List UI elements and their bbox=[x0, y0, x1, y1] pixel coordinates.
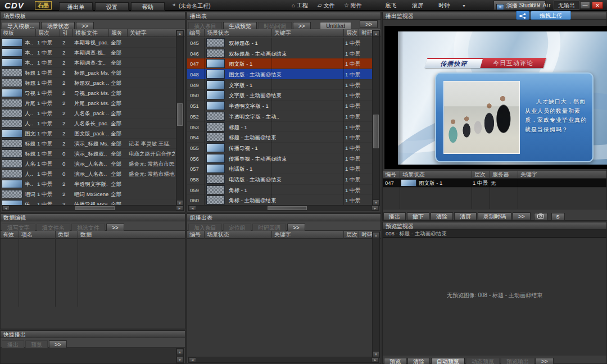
menu-attachment[interactable]: ☆附件 bbox=[344, 1, 362, 10]
menu-item[interactable]: 帮助 bbox=[131, 2, 165, 11]
more-button[interactable]: >> bbox=[360, 20, 378, 28]
monitor-button[interactable]: 清除 bbox=[431, 212, 453, 220]
menu-dropdown-icon[interactable]: ▼ bbox=[462, 1, 466, 10]
preview-button[interactable]: 自动预览 bbox=[431, 358, 465, 364]
preview-button[interactable]: 预览 bbox=[384, 358, 406, 364]
scroll-left-icon[interactable]: ◄ bbox=[189, 206, 196, 211]
playout-row[interactable]: 056 传播导视 - 主动画@结束 1 中景 bbox=[187, 153, 373, 164]
snapshot-camera-icon[interactable] bbox=[534, 213, 547, 221]
menu-bottom-fly[interactable]: 底飞 bbox=[385, 1, 396, 10]
template-row[interactable]: 本.. 1 中景 2 本期调查-文.. 全部 bbox=[1, 58, 176, 68]
toolbar-button[interactable]: 生成预览 bbox=[223, 22, 257, 30]
monitor-button[interactable]: 播出 bbox=[383, 212, 406, 220]
template-row[interactable]: 唱词 1 中景 2 唱词 MxScene 全部 bbox=[1, 189, 176, 199]
minimize-button[interactable]: — bbox=[580, 2, 590, 9]
toolbar-button[interactable]: 加入条目 bbox=[188, 224, 222, 231]
menu-project[interactable]: ⌂工程 bbox=[292, 1, 308, 10]
on-air-row[interactable]: 047 图文版 - 1 1 中景 无 bbox=[383, 179, 606, 188]
playout-row[interactable]: 060 角标 - 主动画@结束 1 中景 bbox=[187, 195, 373, 206]
template-hscrollbar[interactable]: ◄ ► bbox=[2, 205, 184, 211]
toolbar-button[interactable]: 时码回调 bbox=[252, 224, 286, 231]
template-row[interactable]: 人.. 1 中景 2 人名条_pack .. 全部 bbox=[1, 108, 176, 119]
close-button[interactable]: ✕ bbox=[592, 2, 603, 9]
toolbar-button[interactable]: 导入模板... bbox=[2, 22, 40, 30]
project-back-icon[interactable]: ◄ bbox=[171, 2, 176, 7]
playout-row[interactable]: 053 标题 - 1 1 中景 bbox=[187, 122, 373, 133]
playout-row[interactable]: 054 标题 - 主动画@结束 1 中景 bbox=[187, 132, 373, 143]
preview-button[interactable]: 动态预览 bbox=[466, 358, 500, 364]
scene-thumbnail bbox=[206, 59, 225, 68]
scroll-right-icon[interactable]: ► bbox=[176, 206, 183, 211]
playout-row[interactable]: 057 电话版 - 1 1 中景 bbox=[187, 163, 373, 174]
menu-file[interactable]: ▱文件 bbox=[318, 1, 335, 10]
toolbar-button[interactable]: >> bbox=[49, 340, 67, 348]
scroll-down-icon[interactable]: ▼ bbox=[176, 357, 183, 363]
toolbar-button[interactable]: >> bbox=[76, 22, 94, 30]
playout-row[interactable]: 050 文字版 - 主动画@结束 1 中景 bbox=[187, 90, 373, 101]
toolbar-button[interactable]: 播出 bbox=[2, 340, 24, 348]
menu-clock[interactable]: 时钟 bbox=[438, 1, 450, 10]
template-row[interactable]: 人名条短 1 中景 0 演示_人名条.. 全部 盛金元: 常熟市市民: bbox=[1, 159, 176, 169]
playout-row[interactable]: 051 半透明文字版 - 1 1 中景 bbox=[187, 101, 373, 111]
template-row[interactable]: 标题双 1 中景 0 演示_标题双.. 全部 电商之路开启合作之旅: bbox=[1, 149, 176, 159]
playout-row[interactable]: 045 双标题条 - 1 1 中景 bbox=[187, 38, 373, 48]
template-row[interactable]: 标题 1 中景 2 演示_标题 Ms.. 全部 记者 李灵敏 王猛. bbox=[1, 139, 176, 149]
toolbar-button[interactable]: 时码回调 bbox=[258, 22, 292, 30]
monitor-button[interactable]: 撤下 bbox=[407, 212, 429, 220]
toolbar-button[interactable]: >> bbox=[287, 224, 305, 231]
playout-row[interactable]: 058 电话版 - 主动画@结束 1 中景 bbox=[187, 174, 373, 185]
scroll-right-icon[interactable]: ► bbox=[372, 206, 379, 211]
drag-upload-button[interactable]: 拖拽上传 bbox=[531, 11, 571, 20]
preview-button[interactable]: >> bbox=[536, 358, 554, 364]
scroll-up-icon[interactable]: ▲ bbox=[373, 30, 379, 37]
toolbar-button[interactable]: 填文件名 bbox=[37, 224, 70, 231]
template-row[interactable]: 半.. 1 中景 2 半透明文字版. 全部 bbox=[1, 179, 176, 189]
playout-row[interactable]: 059 角标 - 1 1 中景 bbox=[187, 185, 373, 195]
playout-row[interactable]: 049 文字版 - 1 1 中景 bbox=[187, 80, 373, 90]
template-row[interactable]: 导视 1 中景 2 导视_pack Ms.. 全部 bbox=[1, 88, 176, 98]
playout-row[interactable]: 047 图文版 - 1 1 中景 bbox=[187, 58, 373, 69]
template-row[interactable]: 本.. 1 中景 2 本期导视_pac.. 全部 bbox=[1, 38, 176, 48]
monitor-button[interactable]: >> bbox=[513, 212, 531, 220]
monitor-button[interactable]: 录制时码 bbox=[478, 212, 511, 220]
playout-row[interactable]: 055 传播导视 - 1 1 中景 bbox=[187, 143, 373, 153]
toolbar-button[interactable]: >> bbox=[293, 22, 311, 30]
scroll-left-icon[interactable]: ◄ bbox=[189, 357, 196, 362]
menu-item[interactable]: 设置 bbox=[95, 2, 129, 11]
scroll-up-icon[interactable]: ▲ bbox=[176, 30, 183, 37]
template-row[interactable]: 标题双 1 中景 2 标题双_pack .. 全部 bbox=[1, 78, 176, 88]
preview-button[interactable]: 预览输出 bbox=[501, 358, 534, 364]
s-button[interactable]: S bbox=[551, 213, 565, 221]
menu-roll-screen[interactable]: 滚屏 bbox=[412, 1, 423, 10]
playout-vscrollbar[interactable]: ▲ ▼ bbox=[372, 30, 380, 206]
playout-hscrollbar[interactable]: ◄ ► bbox=[188, 205, 379, 211]
template-row[interactable]: 图文版 1 中景 2 图文版_pack .. 全部 bbox=[1, 129, 176, 139]
scroll-left-icon[interactable]: ◄ bbox=[2, 206, 10, 211]
share-upload-icon[interactable] bbox=[516, 11, 529, 20]
menu-item[interactable]: 播出单 bbox=[59, 2, 93, 11]
template-row[interactable]: 本.. 1 中景 2 本期调查-视.. 全部 bbox=[1, 48, 176, 58]
scroll-up-icon[interactable]: ▲ bbox=[373, 232, 379, 238]
preview-button[interactable]: 清除 bbox=[407, 358, 430, 364]
toolbar-button[interactable]: >> bbox=[106, 224, 124, 231]
playout-row[interactable]: 046 双标题条 - 主动画@结束 1 中景 bbox=[187, 48, 373, 59]
template-row[interactable]: 标题 1 中景 2 标题_pack Ms.. 全部 bbox=[1, 68, 176, 78]
toolbar-button[interactable]: 插入条目 bbox=[188, 22, 222, 30]
toolbar-button[interactable]: 场景状态 bbox=[41, 22, 75, 30]
playout-row[interactable]: 052 半透明文字版 - 主动.. 1 中景 bbox=[187, 111, 373, 122]
toolbar-button[interactable]: 预览 bbox=[25, 340, 48, 348]
template-vscrollbar[interactable]: ▲ ▼ bbox=[176, 30, 184, 207]
monitor-button[interactable]: 清屏 bbox=[454, 212, 477, 220]
scroll-up-icon[interactable]: ▲ bbox=[176, 349, 183, 355]
template-row[interactable]: 人.. 1 中景 0 演示_人名条.. 全部 盛金元: 常熟市耕地质量 bbox=[1, 169, 176, 179]
template-row[interactable]: 片尾 1 中景 2 片尾_pack Ms.. 全部 bbox=[1, 98, 176, 108]
toolbar-button[interactable]: 填写文字 bbox=[2, 224, 35, 231]
template-row[interactable]: 人.. 1 中景 2 人名条长_pac.. 全部 bbox=[1, 119, 176, 129]
group-playout-vscrollbar[interactable]: ▲ ▼ bbox=[372, 231, 380, 358]
playout-row[interactable]: 048 图文版 - 主动画@结束 1 中景 bbox=[187, 69, 373, 80]
scroll-right-icon[interactable]: ► bbox=[372, 357, 379, 362]
quick-playout-vscrollbar[interactable]: ▲ ▼ bbox=[176, 348, 184, 363]
toolbar-button[interactable]: 挑选文件 bbox=[71, 224, 105, 231]
toolbar-button[interactable]: 定位组 bbox=[223, 224, 251, 231]
group-playout-hscrollbar[interactable]: ◄ ► bbox=[188, 357, 379, 363]
